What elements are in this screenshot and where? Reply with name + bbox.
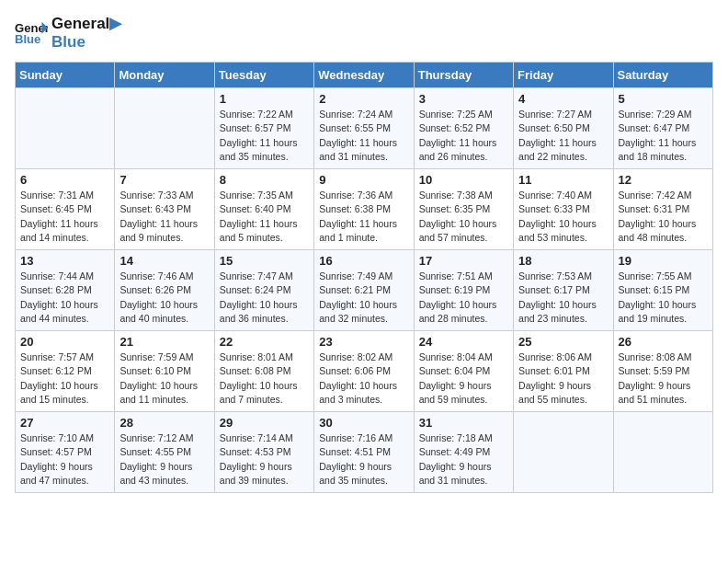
day-number: 11: [518, 173, 608, 187]
week-row-2: 6Sunrise: 7:31 AM Sunset: 6:45 PM Daylig…: [16, 169, 713, 250]
day-info: Sunrise: 7:44 AM Sunset: 6:28 PM Dayligh…: [20, 270, 109, 326]
day-info: Sunrise: 7:33 AM Sunset: 6:43 PM Dayligh…: [119, 189, 209, 245]
day-cell: 3Sunrise: 7:25 AM Sunset: 6:52 PM Daylig…: [414, 88, 513, 169]
day-cell: 4Sunrise: 7:27 AM Sunset: 6:50 PM Daylig…: [514, 88, 613, 169]
day-cell: 8Sunrise: 7:35 AM Sunset: 6:40 PM Daylig…: [214, 169, 313, 250]
day-info: Sunrise: 8:08 AM Sunset: 5:59 PM Dayligh…: [619, 350, 708, 407]
day-number: 31: [419, 416, 508, 430]
day-info: Sunrise: 7:53 AM Sunset: 6:17 PM Dayligh…: [518, 270, 608, 326]
day-info: Sunrise: 7:38 AM Sunset: 6:35 PM Dayligh…: [419, 189, 508, 245]
day-cell: 10Sunrise: 7:38 AM Sunset: 6:35 PM Dayli…: [414, 169, 513, 250]
logo: General Blue General▶ Blue: [15, 15, 121, 51]
day-info: Sunrise: 7:57 AM Sunset: 6:12 PM Dayligh…: [20, 350, 109, 407]
day-number: 17: [419, 254, 508, 268]
day-cell: 21Sunrise: 7:59 AM Sunset: 6:10 PM Dayli…: [115, 331, 214, 412]
day-info: Sunrise: 7:16 AM Sunset: 4:51 PM Dayligh…: [319, 431, 408, 488]
day-number: 26: [619, 335, 708, 349]
day-info: Sunrise: 7:47 AM Sunset: 6:24 PM Dayligh…: [220, 270, 309, 326]
day-number: 16: [319, 254, 408, 268]
page-header: General Blue General▶ Blue: [15, 15, 713, 51]
day-cell: [16, 88, 115, 169]
day-info: Sunrise: 8:02 AM Sunset: 6:06 PM Dayligh…: [319, 350, 408, 407]
day-info: Sunrise: 8:06 AM Sunset: 6:01 PM Dayligh…: [518, 350, 608, 407]
day-info: Sunrise: 7:24 AM Sunset: 6:55 PM Dayligh…: [319, 108, 408, 164]
day-number: 22: [220, 335, 309, 349]
day-number: 8: [220, 173, 309, 187]
day-number: 5: [619, 92, 708, 106]
day-number: 18: [518, 254, 608, 268]
day-number: 24: [419, 335, 508, 349]
col-header-sunday: Sunday: [16, 63, 115, 88]
day-number: 27: [20, 416, 109, 430]
svg-text:Blue: Blue: [15, 31, 40, 45]
day-info: Sunrise: 7:51 AM Sunset: 6:19 PM Dayligh…: [419, 270, 508, 326]
day-number: 28: [119, 416, 209, 430]
day-cell: 13Sunrise: 7:44 AM Sunset: 6:28 PM Dayli…: [16, 250, 115, 331]
day-cell: 2Sunrise: 7:24 AM Sunset: 6:55 PM Daylig…: [314, 88, 414, 169]
day-cell: 1Sunrise: 7:22 AM Sunset: 6:57 PM Daylig…: [214, 88, 313, 169]
logo-icon: General Blue: [15, 20, 48, 46]
col-header-thursday: Thursday: [414, 63, 513, 88]
col-header-wednesday: Wednesday: [314, 63, 414, 88]
day-number: 13: [20, 254, 109, 268]
day-info: Sunrise: 7:42 AM Sunset: 6:31 PM Dayligh…: [619, 189, 708, 245]
col-header-monday: Monday: [115, 63, 214, 88]
day-number: 12: [619, 173, 708, 187]
day-cell: 16Sunrise: 7:49 AM Sunset: 6:21 PM Dayli…: [314, 250, 414, 331]
day-cell: [514, 412, 613, 493]
col-header-saturday: Saturday: [613, 63, 712, 88]
day-number: 7: [119, 173, 209, 187]
week-row-4: 20Sunrise: 7:57 AM Sunset: 6:12 PM Dayli…: [16, 331, 713, 412]
day-number: 2: [319, 92, 408, 106]
day-number: 21: [119, 335, 209, 349]
day-cell: 28Sunrise: 7:12 AM Sunset: 4:55 PM Dayli…: [115, 412, 214, 493]
day-number: 15: [220, 254, 309, 268]
day-cell: 9Sunrise: 7:36 AM Sunset: 6:38 PM Daylig…: [314, 169, 414, 250]
logo-text: General▶: [51, 15, 121, 33]
day-number: 19: [619, 254, 708, 268]
day-info: Sunrise: 7:14 AM Sunset: 4:53 PM Dayligh…: [220, 431, 309, 488]
day-cell: 25Sunrise: 8:06 AM Sunset: 6:01 PM Dayli…: [514, 331, 613, 412]
day-number: 20: [20, 335, 109, 349]
day-number: 6: [20, 173, 109, 187]
day-number: 23: [319, 335, 408, 349]
day-cell: 11Sunrise: 7:40 AM Sunset: 6:33 PM Dayli…: [514, 169, 613, 250]
day-number: 4: [518, 92, 608, 106]
day-info: Sunrise: 7:12 AM Sunset: 4:55 PM Dayligh…: [119, 431, 209, 488]
day-info: Sunrise: 7:29 AM Sunset: 6:47 PM Dayligh…: [619, 108, 708, 164]
day-info: Sunrise: 7:46 AM Sunset: 6:26 PM Dayligh…: [119, 270, 209, 326]
day-cell: 20Sunrise: 7:57 AM Sunset: 6:12 PM Dayli…: [16, 331, 115, 412]
day-number: 25: [518, 335, 608, 349]
day-cell: 17Sunrise: 7:51 AM Sunset: 6:19 PM Dayli…: [414, 250, 513, 331]
day-cell: 12Sunrise: 7:42 AM Sunset: 6:31 PM Dayli…: [613, 169, 712, 250]
day-info: Sunrise: 7:27 AM Sunset: 6:50 PM Dayligh…: [518, 108, 608, 164]
col-header-friday: Friday: [514, 63, 613, 88]
day-cell: 29Sunrise: 7:14 AM Sunset: 4:53 PM Dayli…: [214, 412, 313, 493]
day-cell: [613, 412, 712, 493]
day-cell: 18Sunrise: 7:53 AM Sunset: 6:17 PM Dayli…: [514, 250, 613, 331]
week-row-3: 13Sunrise: 7:44 AM Sunset: 6:28 PM Dayli…: [16, 250, 713, 331]
day-info: Sunrise: 7:55 AM Sunset: 6:15 PM Dayligh…: [619, 270, 708, 326]
day-cell: 26Sunrise: 8:08 AM Sunset: 5:59 PM Dayli…: [613, 331, 712, 412]
day-cell: 30Sunrise: 7:16 AM Sunset: 4:51 PM Dayli…: [314, 412, 414, 493]
day-cell: 14Sunrise: 7:46 AM Sunset: 6:26 PM Dayli…: [115, 250, 214, 331]
day-info: Sunrise: 7:49 AM Sunset: 6:21 PM Dayligh…: [319, 270, 408, 326]
day-number: 9: [319, 173, 408, 187]
day-info: Sunrise: 7:31 AM Sunset: 6:45 PM Dayligh…: [20, 189, 109, 245]
day-info: Sunrise: 7:59 AM Sunset: 6:10 PM Dayligh…: [119, 350, 209, 407]
day-info: Sunrise: 7:10 AM Sunset: 4:57 PM Dayligh…: [20, 431, 109, 488]
day-cell: 15Sunrise: 7:47 AM Sunset: 6:24 PM Dayli…: [214, 250, 313, 331]
day-info: Sunrise: 7:35 AM Sunset: 6:40 PM Dayligh…: [220, 189, 309, 245]
day-cell: [115, 88, 214, 169]
day-info: Sunrise: 8:01 AM Sunset: 6:08 PM Dayligh…: [220, 350, 309, 407]
day-cell: 27Sunrise: 7:10 AM Sunset: 4:57 PM Dayli…: [16, 412, 115, 493]
day-number: 29: [220, 416, 309, 430]
day-cell: 5Sunrise: 7:29 AM Sunset: 6:47 PM Daylig…: [613, 88, 712, 169]
day-cell: 24Sunrise: 8:04 AM Sunset: 6:04 PM Dayli…: [414, 331, 513, 412]
day-info: Sunrise: 7:18 AM Sunset: 4:49 PM Dayligh…: [419, 431, 508, 488]
day-info: Sunrise: 7:36 AM Sunset: 6:38 PM Dayligh…: [319, 189, 408, 245]
day-number: 30: [319, 416, 408, 430]
day-info: Sunrise: 7:25 AM Sunset: 6:52 PM Dayligh…: [419, 108, 508, 164]
day-cell: 31Sunrise: 7:18 AM Sunset: 4:49 PM Dayli…: [414, 412, 513, 493]
day-cell: 6Sunrise: 7:31 AM Sunset: 6:45 PM Daylig…: [16, 169, 115, 250]
